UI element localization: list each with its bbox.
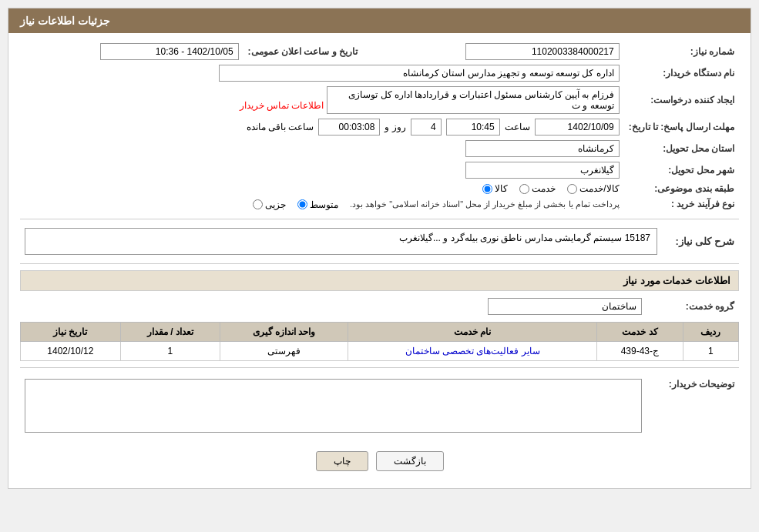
purchase-type-radio-medium-input[interactable] xyxy=(297,199,307,209)
category-radio-kala-khedmat-input[interactable] xyxy=(567,184,577,194)
table-cell-3: فهرستی xyxy=(220,341,348,360)
table-cell-0: 1 xyxy=(683,341,738,360)
section-divider-3 xyxy=(20,367,739,368)
table-cell-1: ج-43-439 xyxy=(597,341,683,360)
purchase-type-radio-partial-input[interactable] xyxy=(253,199,263,209)
buyer-notes-table: توضیحات خریدار: xyxy=(20,374,739,437)
announcement-date-label: تاریخ و ساعت اعلان عمومی: xyxy=(243,41,362,62)
col-header-quantity: تعداد / مقدار xyxy=(120,322,220,341)
need-number-value: 1102003384000217 xyxy=(378,41,624,62)
creator-label: ایجاد کننده درخواست: xyxy=(624,84,739,116)
city-label: شهر محل تحویل: xyxy=(624,159,739,181)
buyer-org-field: اداره کل توسعه توسعه و تجهیز مدارس استان… xyxy=(219,65,620,82)
page-title: جزئیات اطلاعات نیاز xyxy=(20,15,110,27)
category-radio-kala-input[interactable] xyxy=(482,184,492,194)
purchase-type-radio-medium[interactable]: متوسط xyxy=(297,199,338,210)
purchase-type-row: پرداخت تمام یا بخشی از مبلغ خریدار از مح… xyxy=(20,196,624,212)
response-days-field: 4 xyxy=(411,119,442,136)
col-header-unit: واحد اندازه گیری xyxy=(220,322,348,341)
response-remaining-field: 00:03:08 xyxy=(318,119,380,136)
creator-value: فرزام به آیین کارشناس مسئول اعتبارات و ق… xyxy=(20,84,624,116)
response-remaining-label: ساعت باقی مانده xyxy=(247,122,314,132)
category-label-kala: کالا xyxy=(495,183,508,194)
need-description-label: شرح کلی نیاز: xyxy=(662,226,739,257)
buyer-notes-label: توضیحات خریدار: xyxy=(646,374,739,437)
service-group-field: ساختمان xyxy=(488,298,642,315)
col-header-service-name: نام خدمت xyxy=(348,322,597,341)
need-description-field: 15187 سیستم گرمایشی مدارس ناطق نوری بیله… xyxy=(25,228,657,255)
main-container: جزئیات اطلاعات نیاز شماره نیاز: 11020033… xyxy=(8,8,751,489)
table-cell-5: 1402/10/12 xyxy=(21,341,121,360)
need-number-field: 1102003384000217 xyxy=(465,43,620,60)
col-header-date: تاریخ نیاز xyxy=(21,322,121,341)
services-table: ردیف کد خدمت نام خدمت واحد اندازه گیری ت… xyxy=(20,322,739,361)
response-days-label: روز و xyxy=(385,122,405,132)
need-description-value: 15187 سیستم گرمایشی مدارس ناطق نوری بیله… xyxy=(20,226,662,257)
purchase-type-label-partial: جزیی xyxy=(265,199,286,210)
need-description-table: شرح کلی نیاز: 15187 سیستم گرمایشی مدارس … xyxy=(20,226,739,257)
category-options: کالا/خدمت خدمت کالا xyxy=(20,181,624,196)
response-date-field: 1402/10/09 xyxy=(535,119,620,136)
buyer-org-value: اداره کل توسعه توسعه و تجهیز مدارس استان… xyxy=(20,62,624,84)
section-divider-2 xyxy=(20,263,739,264)
category-label: طبقه بندی موضوعی: xyxy=(624,181,739,196)
service-info-header: اطلاعات خدمات مورد نیاز xyxy=(20,270,739,291)
creator-field: فرزام به آیین کارشناس مسئول اعتبارات و ق… xyxy=(327,86,620,114)
response-time-field: 10:45 xyxy=(446,119,500,136)
province-field: کرمانشاه xyxy=(465,140,620,157)
table-cell-2: سایر فعالیت‌های تخصصی ساختمان xyxy=(348,341,597,360)
purchase-type-radio-partial[interactable]: جزیی xyxy=(253,199,286,210)
announcement-date-value: 1402/10/05 - 10:36 xyxy=(20,41,243,62)
buyer-org-label: نام دستگاه خریدار: xyxy=(624,62,739,84)
need-number-label: شماره نیاز: xyxy=(624,41,739,62)
table-cell-4: 1 xyxy=(120,341,220,360)
category-radio-khedmat-input[interactable] xyxy=(519,184,529,194)
creator-link[interactable]: اطلاعات تماس خریدار xyxy=(240,100,324,111)
purchase-type-note: پرداخت تمام یا بخشی از مبلغ خریدار از مح… xyxy=(350,199,620,209)
buyer-notes-textarea[interactable] xyxy=(25,379,642,433)
purchase-type-label: نوع فرآیند خرید : xyxy=(624,196,739,212)
response-deadline-row: 1402/10/09 ساعت 10:45 4 روز و 00:03:08 س… xyxy=(20,116,624,138)
col-header-row: ردیف xyxy=(683,322,738,341)
print-button[interactable]: چاپ xyxy=(316,451,368,471)
service-group-label: گروه خدمت: xyxy=(646,296,739,317)
category-radio-kala-khedmat[interactable]: کالا/خدمت xyxy=(567,183,619,194)
province-label: استان محل تحویل: xyxy=(624,138,739,159)
category-label-kala-khedmat: کالا/خدمت xyxy=(579,183,619,194)
back-button[interactable]: بازگشت xyxy=(376,451,444,471)
response-deadline-label: مهلت ارسال پاسخ: تا تاریخ: xyxy=(624,116,739,138)
response-time-label-static: ساعت xyxy=(505,122,530,132)
category-label-khedmat: خدمت xyxy=(532,183,556,194)
page-header: جزئیات اطلاعات نیاز xyxy=(8,8,751,33)
city-value: گیلانغرب xyxy=(20,159,624,181)
table-row: 1ج-43-439سایر فعالیت‌های تخصصی ساختمانفه… xyxy=(21,341,739,360)
col-header-service-code: کد خدمت xyxy=(597,322,683,341)
service-group-value: ساختمان xyxy=(20,296,646,317)
purchase-type-label-medium: متوسط xyxy=(310,199,338,210)
service-group-table: گروه خدمت: ساختمان xyxy=(20,296,739,317)
announcement-date-field: 1402/10/05 - 10:36 xyxy=(100,43,239,60)
button-bar: بازگشت چاپ xyxy=(20,442,739,480)
buyer-notes-value xyxy=(20,374,646,437)
info-table: شماره نیاز: 1102003384000217 تاریخ و ساع… xyxy=(20,41,739,212)
section-divider-1 xyxy=(20,219,739,219)
province-value: کرمانشاه xyxy=(20,138,624,159)
category-radio-khedmat[interactable]: خدمت xyxy=(519,183,556,194)
page-content: شماره نیاز: 1102003384000217 تاریخ و ساع… xyxy=(8,33,751,488)
category-radio-kala[interactable]: کالا xyxy=(482,183,508,194)
city-field: گیلانغرب xyxy=(465,162,620,179)
